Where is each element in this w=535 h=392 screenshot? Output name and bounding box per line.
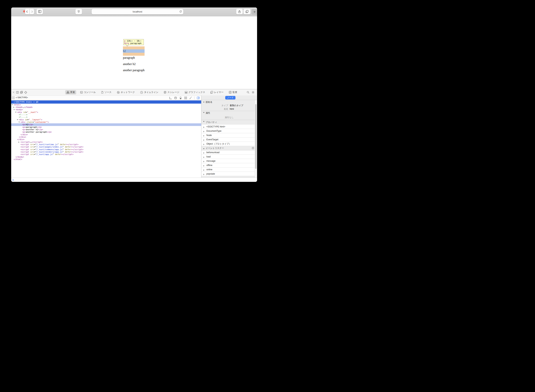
details-sidebar-toggle-button[interactable] <box>197 97 200 99</box>
tree-row[interactable]: <!----> <box>11 116 201 118</box>
tree-row[interactable]: <script src="/_nuxt/app.js" defer></scri… <box>11 153 201 156</box>
disclosure-triangle-closed[interactable] <box>203 135 204 137</box>
tab-label: ネットワーク <box>121 91 135 94</box>
tree-row[interactable]: </body> <box>11 156 201 158</box>
tree-row-highlighted[interactable]: <p>h2</p> <box>11 123 201 126</box>
tree-row[interactable]: <div id="__nuxt"> <box>11 111 201 113</box>
tree-row-doctype-selected[interactable]: <!DOCTYPE html> = $0 <box>11 100 201 104</box>
tab-timeline[interactable]: タイムライン <box>139 90 160 94</box>
disclosure-triangle-closed[interactable] <box>203 152 204 154</box>
property-row[interactable]: DocumentType <box>201 129 257 133</box>
tab-sources[interactable]: ソース <box>100 90 113 94</box>
tree-row[interactable]: </div> <box>11 136 201 138</box>
tree-row[interactable]: <script src="/_nuxt/runtime.js" defer></… <box>11 143 201 146</box>
tab-storage[interactable]: ストレージ <box>162 90 181 94</box>
property-row[interactable]: Object（プロトタイプ） <box>201 142 257 146</box>
tree-row[interactable]: </html> <box>11 158 201 161</box>
property-row[interactable]: <!DOCTYPE html> <box>201 125 257 129</box>
printer-icon[interactable] <box>174 97 177 99</box>
disclosure-triangle-closed[interactable] <box>203 126 204 128</box>
tab-overview-button[interactable] <box>243 9 251 14</box>
reload-button[interactable] <box>179 10 182 13</box>
disclosure-triangle-open[interactable] <box>203 148 205 149</box>
tree-row[interactable]: <body> <box>11 108 201 111</box>
section-identity[interactable]: 固有名 <box>201 101 257 104</box>
tree-row[interactable]: <!----> <box>11 113 201 116</box>
disclosure-triangle-closed[interactable] <box>14 107 14 108</box>
scrollbar-thumb[interactable] <box>255 104 256 169</box>
grid-icon[interactable] <box>184 97 187 99</box>
tab-layers[interactable]: レイヤー <box>209 90 225 94</box>
section-properties[interactable]: プロパティ <box>201 120 257 125</box>
tab-node[interactable]: ノード <box>225 96 235 99</box>
event-listener-row[interactable]: message <box>201 159 257 163</box>
sidebar-toggle-button[interactable] <box>37 9 43 14</box>
tab-network[interactable]: ネットワーク <box>116 90 136 94</box>
close-devtools-button[interactable] <box>12 91 15 93</box>
settings-gear-icon[interactable] <box>252 91 255 94</box>
tree-row[interactable]: <html> <box>11 104 201 106</box>
listener-filter-icon[interactable] <box>252 147 255 149</box>
section-event-listeners[interactable]: イベントリスナー <box>201 146 257 150</box>
console-prompt-row[interactable]: ❯ <box>11 177 257 182</box>
eraser-icon[interactable] <box>179 97 182 99</box>
disclosure-triangle-closed[interactable] <box>203 139 204 141</box>
event-listener-row[interactable]: offline <box>201 163 257 168</box>
back-button[interactable] <box>25 9 29 14</box>
disclosure-triangle-closed[interactable] <box>203 144 204 145</box>
disclosure-triangle-closed[interactable] <box>203 131 204 132</box>
tree-row[interactable]: <head>…</head> <box>11 106 201 108</box>
ruler-icon[interactable] <box>169 97 172 99</box>
tree-row[interactable]: <script src="/_nuxt/vendors/app.js" defe… <box>11 151 201 153</box>
disclosure-triangle-closed[interactable] <box>203 169 204 171</box>
forward-button[interactable] <box>30 9 34 14</box>
tree-row[interactable]: <div class="container"> <box>11 121 201 123</box>
element-picker-button[interactable] <box>24 91 27 94</box>
share-button[interactable] <box>236 9 243 14</box>
search-icon[interactable] <box>247 91 249 94</box>
disclosure-triangle-open[interactable] <box>17 119 18 120</box>
disclosure-triangle-open[interactable] <box>203 121 205 122</box>
code-token: "__nuxt" <box>27 111 37 113</box>
tree-row[interactable]: </div> <box>11 133 201 136</box>
address-bar[interactable]: localhost <box>92 9 183 14</box>
disclosure-triangle-closed[interactable] <box>203 157 204 158</box>
disclosure-triangle-closed[interactable] <box>203 161 204 162</box>
event-listener-row[interactable]: beforeunload <box>201 150 257 155</box>
privacy-report-button[interactable] <box>75 9 82 14</box>
sidebar-scrollbar[interactable] <box>255 100 257 177</box>
property-row[interactable]: EventTarget <box>201 137 257 142</box>
property-row[interactable]: Node <box>201 133 257 137</box>
disclosure-triangle-open[interactable] <box>12 104 13 105</box>
event-listener-row[interactable]: load <box>201 155 257 159</box>
split-view-button[interactable] <box>16 91 19 94</box>
tree-row[interactable]: <script src="/_nuxt/pages/index.js" defe… <box>11 146 201 148</box>
disclosure-triangle-open[interactable] <box>203 102 205 103</box>
tree-row[interactable]: </div> <box>11 138 201 141</box>
tree-row[interactable]: <p>paragraph</p> <box>11 126 201 128</box>
tree-row[interactable]: <script>…</script> <box>11 141 201 143</box>
tree-row[interactable]: <p>another h2</p> <box>11 128 201 131</box>
dom-tree: <!DOCTYPE html> = $0 <html><head>…</head… <box>11 100 201 177</box>
tree-row[interactable]: <p>another paragraph</p> <box>11 131 201 133</box>
event-listener-row[interactable]: popstate <box>201 172 257 176</box>
disclosure-triangle-open[interactable] <box>14 109 15 110</box>
disclosure-triangle-open[interactable] <box>19 122 20 123</box>
section-attributes[interactable]: 属性 <box>201 111 257 115</box>
tab-console[interactable]: コンソール <box>79 90 97 94</box>
breadcrumb[interactable]: <!DOCTYPE> <box>16 96 28 99</box>
new-tab-button[interactable] <box>252 9 257 15</box>
disclosure-triangle-open[interactable] <box>15 112 17 113</box>
brush-icon[interactable] <box>189 97 192 99</box>
disclosure-triangle-closed[interactable] <box>19 141 19 143</box>
dock-side-button[interactable] <box>20 91 23 94</box>
disclosure-triangle-closed[interactable] <box>203 174 204 175</box>
tab-audit[interactable]: 監査 <box>228 90 238 94</box>
tree-row[interactable]: <script src="/_nuxt/commons/app.js" defe… <box>11 148 201 151</box>
disclosure-triangle-closed[interactable] <box>203 165 204 167</box>
tab-graphics[interactable]: グラフィックス <box>183 90 207 94</box>
event-listener-row[interactable]: online <box>201 168 257 172</box>
tab-elements[interactable]: 要素 <box>65 90 76 94</box>
disclosure-triangle-open[interactable] <box>203 112 205 113</box>
tree-row[interactable]: <div id="__layout"> <box>11 118 201 121</box>
